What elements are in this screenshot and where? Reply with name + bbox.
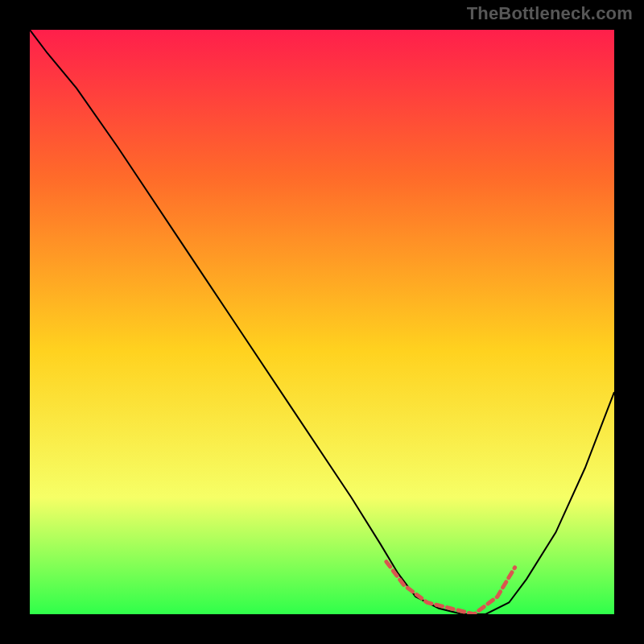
plot-area <box>30 30 614 614</box>
gradient-background <box>30 30 614 614</box>
chart-frame: TheBottleneck.com <box>0 0 644 644</box>
chart-svg <box>30 30 614 614</box>
watermark-text: TheBottleneck.com <box>467 3 633 24</box>
